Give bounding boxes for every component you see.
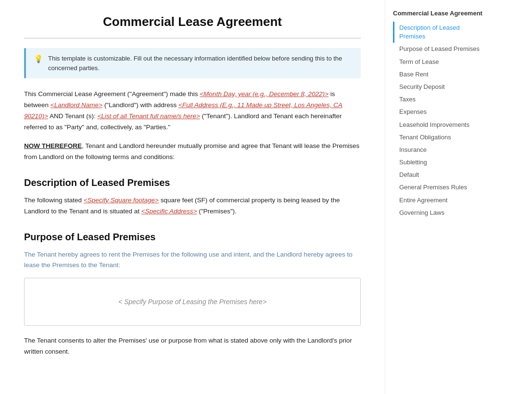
date-placeholder[interactable]: <Month Day, year (e.g., December 8, 2022… bbox=[200, 90, 329, 98]
sidebar: Commercial Lease Agreement Description o… bbox=[385, 0, 491, 394]
sidebar-item-10[interactable]: Subletting bbox=[393, 156, 483, 169]
sidebar-item-13[interactable]: Entire Agreement bbox=[393, 194, 483, 207]
tenant-name-placeholder[interactable]: <List of all Tenant full name/s here> bbox=[97, 112, 200, 120]
page-title: Commercial Lease Agreement bbox=[24, 14, 361, 29]
sidebar-item-12[interactable]: General Premises Rules bbox=[393, 181, 483, 194]
description-heading: Description of Leased Premises bbox=[24, 177, 361, 188]
square-footage-placeholder[interactable]: <Specify Square footage> bbox=[84, 197, 159, 204]
purpose-placeholder-text: < Specify Purpose of Leasing the Premise… bbox=[118, 298, 266, 306]
description-text: The following stated <Specify Square foo… bbox=[24, 195, 361, 217]
sidebar-item-4[interactable]: Security Deposit bbox=[393, 81, 483, 93]
sidebar-item-2[interactable]: Term of Lease bbox=[393, 56, 483, 68]
now-therefore-label: NOW THEREFORE bbox=[24, 142, 82, 149]
specific-address-placeholder[interactable]: <Specific Address> bbox=[141, 208, 197, 215]
landlord-name-placeholder[interactable]: <Landlord Name> bbox=[51, 101, 102, 109]
sidebar-item-8[interactable]: Tenant Obligations bbox=[393, 131, 483, 144]
intro-part4: AND Tenant (s): bbox=[48, 112, 98, 120]
sidebar-title: Commercial Lease Agreement bbox=[393, 10, 483, 17]
purpose-heading: Purpose of Leased Premises bbox=[24, 232, 361, 243]
intro-part3: ("Landlord") with address bbox=[102, 101, 178, 109]
sidebar-item-11[interactable]: Default bbox=[393, 169, 483, 181]
main-content: Commercial Lease Agreement 💡 This templa… bbox=[0, 0, 385, 394]
intro-part1: This Commercial Lease Agreement ("Agreem… bbox=[24, 90, 200, 98]
sidebar-item-1[interactable]: Purpose of Leased Premises bbox=[393, 43, 483, 55]
sidebar-item-0[interactable]: Description of Leased Premises bbox=[393, 22, 483, 43]
purpose-input-box[interactable]: < Specify Purpose of Leasing the Premise… bbox=[24, 278, 361, 326]
sidebar-item-14[interactable]: Governing Laws bbox=[393, 207, 483, 219]
sidebar-nav: Description of Leased PremisesPurpose of… bbox=[393, 22, 483, 219]
intro-paragraph: This Commercial Lease Agreement ("Agreem… bbox=[24, 89, 361, 133]
sidebar-item-7[interactable]: Leasehold Improvements bbox=[393, 119, 483, 131]
title-divider bbox=[24, 38, 361, 38]
sidebar-item-3[interactable]: Base Rent bbox=[393, 68, 483, 81]
sidebar-item-5[interactable]: Taxes bbox=[393, 93, 483, 106]
notice-text: This template is customizable. Fill out … bbox=[48, 54, 353, 73]
purpose-intro-text: The Tenant hereby agrees to rent the Pre… bbox=[24, 249, 361, 271]
notice-box: 💡 This template is customizable. Fill ou… bbox=[24, 48, 361, 78]
sidebar-item-9[interactable]: Insurance bbox=[393, 144, 483, 156]
consent-text: The Tenant consents to alter the Premise… bbox=[24, 335, 361, 357]
now-therefore-paragraph: NOW THEREFORE, Tenant and Landlord hereu… bbox=[24, 141, 361, 163]
lightbulb-icon: 💡 bbox=[34, 54, 43, 63]
sidebar-item-6[interactable]: Expenses bbox=[393, 106, 483, 118]
